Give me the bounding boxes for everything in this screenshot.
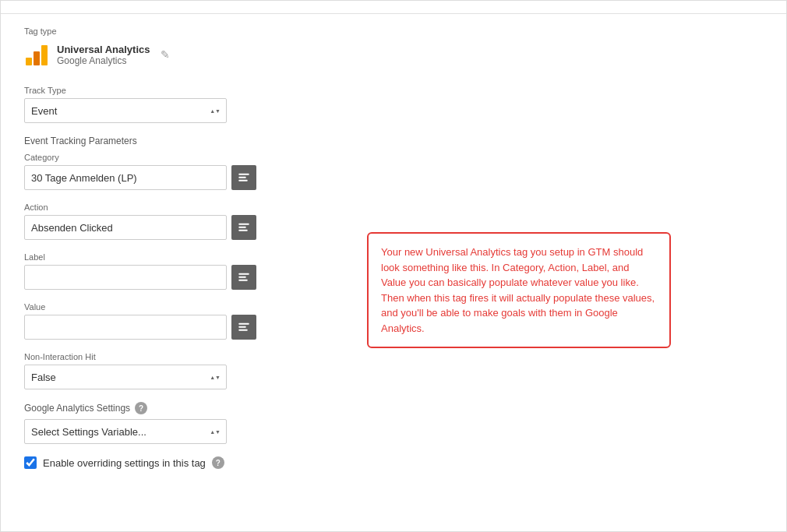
tag-type-row: Universal Analytics Google Analytics ✎ (24, 42, 763, 67)
ga-settings-label-row: Google Analytics Settings ? (24, 402, 763, 414)
svg-rect-1 (34, 51, 40, 65)
non-interaction-select[interactable]: False True (24, 365, 227, 389)
track-type-select-wrapper: Event Page View Transaction Social Timin… (24, 98, 227, 123)
top-bar (1, 1, 786, 14)
override-checkbox-label: Enable overriding settings in this tag (43, 457, 206, 469)
non-interaction-label: Non-Interaction Hit (24, 352, 763, 361)
tag-type-label: Tag type (24, 26, 763, 36)
event-params-label: Event Tracking Parameters (24, 136, 763, 146)
track-type-group: Track Type Event Page View Transaction S… (24, 86, 763, 123)
svg-rect-0 (26, 58, 32, 65)
content-area: Tag type Universal Analytics Google Anal… (1, 14, 786, 481)
svg-rect-2 (41, 45, 48, 65)
ga-settings-label-text: Google Analytics Settings (24, 403, 130, 414)
svg-rect-13 (238, 326, 245, 328)
ga-settings-select-wrapper: Select Settings Variable... (24, 419, 227, 444)
edit-tag-type-button[interactable]: ✎ (157, 47, 173, 62)
track-type-label: Track Type (24, 86, 763, 95)
non-interaction-group: Non-Interaction Hit False True (24, 352, 763, 389)
category-group: Category (24, 153, 763, 190)
tooltip-text: Your new Universal Analytics tag you set… (381, 246, 655, 334)
ga-settings-group: Google Analytics Settings ? Select Setti… (24, 402, 763, 444)
tag-name-primary: Universal Analytics (57, 44, 150, 55)
non-interaction-select-wrapper: False True (24, 365, 227, 389)
ga-settings-help-icon[interactable]: ? (135, 402, 147, 414)
svg-rect-3 (238, 174, 249, 175)
value-input[interactable] (24, 315, 227, 340)
override-checkbox[interactable] (24, 456, 37, 469)
svg-rect-9 (238, 273, 249, 275)
svg-rect-7 (238, 227, 245, 228)
svg-rect-11 (238, 280, 247, 281)
category-input-row (24, 165, 763, 190)
svg-rect-10 (238, 277, 245, 278)
page-container: Tag type Universal Analytics Google Anal… (0, 0, 787, 532)
svg-rect-4 (238, 177, 245, 178)
action-label: Action (24, 203, 763, 212)
category-label: Category (24, 153, 763, 162)
category-variable-button[interactable] (231, 165, 256, 190)
action-input[interactable] (24, 215, 227, 240)
tag-name-secondary: Google Analytics (57, 55, 150, 66)
svg-rect-12 (238, 323, 249, 325)
svg-rect-5 (238, 180, 247, 181)
ga-settings-select[interactable]: Select Settings Variable... (24, 419, 227, 444)
label-variable-button[interactable] (231, 265, 256, 290)
override-checkbox-row: Enable overriding settings in this tag ? (24, 456, 763, 469)
tooltip-box: Your new Universal Analytics tag you set… (367, 232, 671, 348)
track-type-select[interactable]: Event Page View Transaction Social Timin… (24, 98, 227, 123)
category-input[interactable] (24, 165, 227, 190)
svg-rect-14 (238, 329, 247, 331)
analytics-icon (24, 42, 49, 67)
override-help-icon[interactable]: ? (212, 456, 224, 469)
label-input[interactable] (24, 265, 227, 290)
tag-name-block: Universal Analytics Google Analytics (57, 44, 150, 66)
svg-rect-8 (238, 230, 247, 231)
value-variable-button[interactable] (231, 315, 256, 340)
action-variable-button[interactable] (231, 215, 256, 240)
svg-rect-6 (238, 224, 249, 225)
